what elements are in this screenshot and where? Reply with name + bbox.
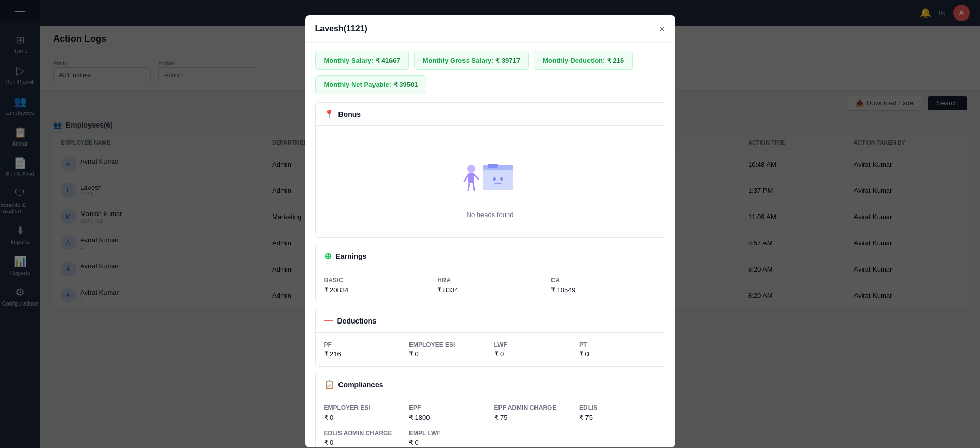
edlis-admin-label: EDLIS ADMIN CHARGE <box>324 429 401 437</box>
bonus-icon: 📍 <box>324 109 334 119</box>
pay-item-hra: HRA ₹ 8334 <box>437 277 543 294</box>
pay-item-epf-admin: EPF ADMIN CHARGE ₹ 75 <box>494 404 572 421</box>
pay-item-pt: PT ₹ 0 <box>579 341 656 358</box>
epf-label: EPF <box>409 404 486 411</box>
monthly-net-value: ₹ 39501 <box>394 81 418 88</box>
no-data-illustration <box>457 144 524 206</box>
empl-lwf-value: ₹ 0 <box>409 439 486 446</box>
empl-lwf-label: Empl Lwf <box>409 429 486 437</box>
employee-detail-modal: Lavesh(1121) × Monthly Salary: ₹ 41667 M… <box>305 15 675 447</box>
epf-value: ₹ 1800 <box>409 414 486 421</box>
pay-item-epf: EPF ₹ 1800 <box>409 404 486 421</box>
lwf-value: ₹ 0 <box>494 350 572 358</box>
monthly-net-card: Monthly Net Payable: ₹ 39501 <box>315 75 427 94</box>
ca-label: CA <box>551 277 656 284</box>
monthly-gross-value: ₹ 39717 <box>495 57 520 64</box>
deductions-body: PF ₹ 216 Employee ESI ₹ 0 LWF ₹ 0 PT <box>316 333 665 366</box>
svg-line-7 <box>464 175 468 181</box>
salary-cards: Monthly Salary: ₹ 41667 Monthly Gross Sa… <box>315 51 665 94</box>
epf-admin-value: ₹ 75 <box>494 414 572 421</box>
monthly-salary-card: Monthly Salary: ₹ 41667 <box>315 51 409 70</box>
modal-close-button[interactable]: × <box>659 24 665 34</box>
bonus-body: No heads found <box>316 126 665 237</box>
monthly-deduction-card: Monthly Deduction: ₹ 216 <box>534 51 633 70</box>
earnings-header: ⊕ Earnings <box>316 244 665 268</box>
bonus-title: Bonus <box>338 110 361 118</box>
earnings-body: BASIC ₹ 20834 HRA ₹ 8334 CA ₹ 10549 <box>316 268 665 302</box>
modal-body: Monthly Salary: ₹ 41667 Monthly Gross Sa… <box>305 43 675 447</box>
pay-item-pf: PF ₹ 216 <box>324 341 401 358</box>
monthly-salary-label: Monthly Salary: <box>324 57 376 64</box>
emp-esi-label: Employee ESI <box>409 341 486 348</box>
deductions-header: — Deductions <box>316 309 665 333</box>
pay-item-edlis: EDLIS ₹ 75 <box>579 404 656 421</box>
edlis-label: EDLIS <box>579 404 656 411</box>
bonus-header: 📍 Bonus <box>316 103 665 126</box>
compliances-section: 📋 Compliances Employer ESI ₹ 0 EPF ₹ 180… <box>315 373 665 447</box>
pay-item-basic: BASIC ₹ 20834 <box>324 277 430 294</box>
monthly-net-label: Monthly Net Payable: <box>324 81 394 88</box>
monthly-salary-value: ₹ 41667 <box>376 57 400 64</box>
empty-state-svg <box>457 149 524 201</box>
pay-item-employer-esi: Employer ESI ₹ 0 <box>324 404 401 421</box>
pay-item-ca: CA ₹ 10549 <box>551 277 656 294</box>
earnings-grid: BASIC ₹ 20834 HRA ₹ 8334 CA ₹ 10549 <box>324 277 656 294</box>
lwf-label: LWF <box>494 341 572 348</box>
modal-header: Lavesh(1121) × <box>305 15 675 43</box>
pay-item-empl-lwf: Empl Lwf ₹ 0 <box>409 429 486 446</box>
modal-overlay: Lavesh(1121) × Monthly Salary: ₹ 41667 M… <box>0 0 980 448</box>
bonus-section: 📍 Bonus <box>315 102 665 238</box>
monthly-gross-card: Monthly Gross Salary: ₹ 39717 <box>414 51 529 70</box>
hra-value: ₹ 8334 <box>437 286 543 294</box>
compliances-header: 📋 Compliances <box>316 373 665 396</box>
pay-item-lwf: LWF ₹ 0 <box>494 341 572 358</box>
pay-item-edlis-admin: EDLIS ADMIN CHARGE ₹ 0 <box>324 429 401 446</box>
hra-label: HRA <box>437 277 543 284</box>
no-heads-text: No heads found <box>467 211 514 219</box>
monthly-gross-label: Monthly Gross Salary: <box>423 57 496 64</box>
pt-value: ₹ 0 <box>579 350 656 358</box>
emp-esi-value: ₹ 0 <box>409 350 486 358</box>
compliances-icon: 📋 <box>324 380 334 389</box>
basic-label: BASIC <box>324 277 430 284</box>
svg-rect-2 <box>488 164 498 168</box>
monthly-deduction-label: Monthly Deduction: <box>543 57 607 64</box>
pt-label: PT <box>579 341 656 348</box>
compliances-grid: Employer ESI ₹ 0 EPF ₹ 1800 EPF ADMIN CH… <box>324 404 656 446</box>
employer-esi-label: Employer ESI <box>324 404 401 411</box>
deductions-grid: PF ₹ 216 Employee ESI ₹ 0 LWF ₹ 0 PT <box>324 341 656 358</box>
monthly-deduction-value: ₹ 216 <box>607 57 624 64</box>
svg-point-4 <box>500 177 503 181</box>
modal-title: Lavesh(1121) <box>315 24 367 33</box>
compliances-body: Employer ESI ₹ 0 EPF ₹ 1800 EPF ADMIN CH… <box>316 396 665 447</box>
pf-label: PF <box>324 341 401 348</box>
earnings-section: ⊕ Earnings BASIC ₹ 20834 HRA ₹ 8334 <box>315 244 665 302</box>
svg-rect-6 <box>468 173 474 183</box>
employer-esi-value: ₹ 0 <box>324 414 401 421</box>
deductions-icon: — <box>324 315 333 326</box>
svg-point-3 <box>493 177 496 181</box>
pf-value: ₹ 216 <box>324 350 401 358</box>
svg-line-9 <box>468 183 469 190</box>
svg-line-10 <box>473 183 474 190</box>
earnings-icon: ⊕ <box>324 250 332 262</box>
compliances-title: Compliances <box>338 381 383 389</box>
bonus-no-data: No heads found <box>324 134 656 229</box>
pay-item-emp-esi: Employee ESI ₹ 0 <box>409 341 486 358</box>
edlis-value: ₹ 75 <box>579 414 656 421</box>
svg-line-8 <box>474 175 478 179</box>
basic-value: ₹ 20834 <box>324 286 430 294</box>
deductions-title: Deductions <box>337 317 377 325</box>
svg-point-5 <box>467 165 475 173</box>
deductions-section: — Deductions PF ₹ 216 Employee ESI ₹ 0 <box>315 309 665 367</box>
earnings-title: Earnings <box>336 252 367 260</box>
ca-value: ₹ 10549 <box>551 286 656 294</box>
epf-admin-label: EPF ADMIN CHARGE <box>494 404 572 411</box>
edlis-admin-value: ₹ 0 <box>324 439 401 446</box>
